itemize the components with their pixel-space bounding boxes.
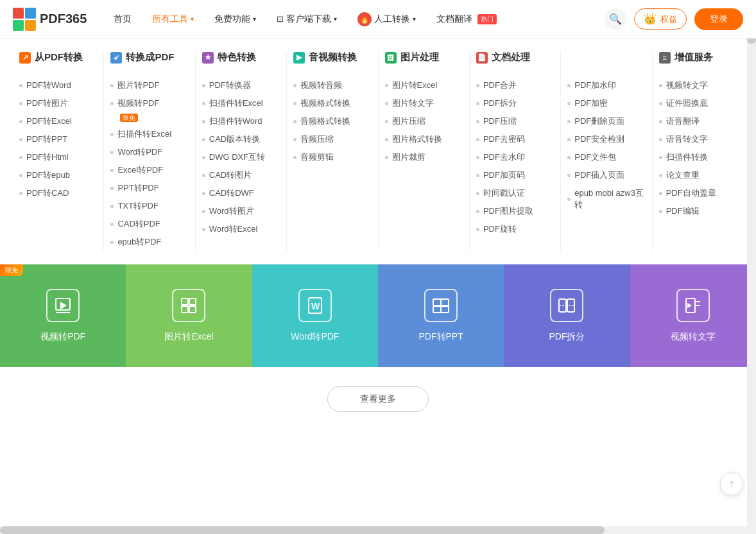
menu-item[interactable]: epub mobi azw3互转 [567,184,645,214]
menu-item[interactable]: PDF加页码 [476,166,554,184]
menu-item[interactable]: 证件照换底 [659,94,737,112]
menu-item[interactable]: 图片格式转换 [385,130,463,148]
dot-icon [293,102,296,105]
feature-label-word-pdf: Word转PDF [291,331,339,343]
menu-item[interactable]: PDF转换器 [202,76,280,94]
feature-card-word-pdf[interactable]: W Word转PDF [252,264,378,367]
menu-col-special: ★ 特色转换 PDF转换器 扫描件转Excel 扫描件转Word CAD版本转换… [196,51,287,251]
menu-item[interactable]: 图片裁剪 [385,148,463,166]
dot-icon [202,192,205,195]
feature-card-pdf-ppt[interactable]: PDF转PPT [378,264,504,367]
menu-item[interactable]: PDF图片提取 [476,202,554,220]
menu-item[interactable]: PDF安全检测 [567,130,645,148]
menu-item[interactable]: 视频格式转换 [293,94,371,112]
dot-icon [567,174,571,177]
menu-item[interactable]: PDF文件包 [567,148,645,166]
menu-item[interactable]: Word转PDF [110,143,188,161]
login-button[interactable]: 登录 [694,8,743,30]
menu-item[interactable]: PDF转epub [19,166,97,184]
menu-item[interactable]: PDF转PPT [19,130,97,148]
menu-item[interactable]: 语音翻译 [659,112,737,130]
menu-item[interactable]: 扫描件转Excel [202,94,280,112]
menu-item[interactable]: PDF编辑 [659,202,737,220]
menu-item[interactable]: Excel转PDF [110,161,188,179]
menu-item[interactable]: CAD转DWF [202,184,280,202]
feature-card-img-excel[interactable]: 图片转Excel [126,264,252,367]
menu-item[interactable]: PDF拆分 [476,94,554,112]
doc-icon: 📄 [476,52,488,64]
menu-item[interactable]: 图片转文字 [385,94,463,112]
menu-col-doc2: 空 PDF加水印 PDF加密 PDF删除页面 PDF安全检测 PDF文件包 PD… [561,51,652,251]
menu-item[interactable]: 视频转PDF [110,94,188,112]
feature-card-video-text[interactable]: 视频转文字 [630,264,756,367]
dot-icon [202,174,205,177]
menu-item[interactable]: PDF转图片 [19,94,97,112]
menu-item[interactable]: 图片转PDF [110,76,188,94]
svg-rect-7 [182,298,188,305]
menu-item[interactable]: PDF自动盖章 [659,184,737,202]
dot-icon [385,120,388,123]
menu-item[interactable]: 扫描件转换 [659,148,737,166]
menu-item[interactable]: PDF转Html [19,148,97,166]
menu-item[interactable]: 语音转文字 [659,130,737,148]
feature-card-video-pdf[interactable]: 限免 视频转PDF [0,264,126,367]
dot-icon [385,138,388,141]
svg-rect-8 [189,298,196,305]
menu-item[interactable]: Word转Excel [202,220,280,238]
menu-col-title-image: 🖼 图片处理 [385,51,463,67]
svg-rect-9 [182,306,188,313]
dot-icon [567,84,571,87]
menu-item[interactable]: CAD转PDF [110,215,188,233]
menu-item[interactable]: 视频转文字 [659,76,737,94]
nav-all-tools[interactable]: 所有工具 ▾ [144,10,202,29]
menu-item[interactable]: CAD版本转换 [202,130,280,148]
menu-item[interactable]: 扫描件转Excel [110,125,188,143]
nav-free[interactable]: 免费功能 ▾ [207,10,264,29]
nav-translate[interactable]: 文档翻译 热门 [429,10,504,29]
menu-item[interactable]: 论文查重 [659,166,737,184]
menu-item[interactable]: 音频压缩 [293,130,371,148]
to-pdf-icon: ↙ [110,52,122,64]
logo[interactable]: PDF365 [13,8,87,31]
menu-item[interactable]: PDF去水印 [476,148,554,166]
header-right: 🔍 👑 权益 登录 [605,8,743,30]
nav-human[interactable]: 🔥 人工转换 ▾ [350,8,424,30]
benefits-button[interactable]: 👑 权益 [634,8,687,30]
menu-item[interactable]: TXT转PDF [110,197,188,215]
menu-item[interactable]: 音频剪辑 [293,148,371,166]
menu-item[interactable]: Word转图片 [202,202,280,220]
nav-download[interactable]: ⊡ 客户端下载 ▾ [269,10,345,29]
search-button[interactable]: 🔍 [605,8,626,30]
menu-item[interactable]: PDF压缩 [476,112,554,130]
nav-human-label: 人工转换 [374,13,410,25]
menu-item[interactable]: 扫描件转Word [202,112,280,130]
feature-card-pdf-split[interactable]: PDF拆分 [504,264,630,367]
menu-item[interactable]: 视频转音频 [293,76,371,94]
svg-rect-0 [13,8,24,19]
menu-item[interactable]: 时间戳认证 [476,184,554,202]
menu-item[interactable]: PDF去密码 [476,130,554,148]
menu-item[interactable]: PDF转CAD [19,184,97,202]
menu-item[interactable]: DWG DXF互转 [202,148,280,166]
menu-item[interactable]: 图片转Excel [385,76,463,94]
menu-item[interactable]: PDF加密 [567,94,645,112]
dot-icon [659,102,662,105]
menu-item[interactable]: CAD转图片 [202,166,280,184]
menu-item[interactable]: PPT转PDF [110,179,188,197]
menu-item[interactable]: 图片压缩 [385,112,463,130]
nav-home[interactable]: 首页 [106,10,139,29]
menu-item[interactable]: PDF旋转 [476,220,554,238]
menu-item[interactable]: PDF删除页面 [567,112,645,130]
menu-item[interactable]: PDF转Excel [19,112,97,130]
menu-item[interactable]: PDF转Word [19,76,97,94]
right-scrollbar[interactable] [747,0,756,431]
menu-item[interactable]: PDF插入页面 [567,166,645,184]
menu-item[interactable]: epub转PDF [110,233,188,251]
menu-item[interactable]: PDF合并 [476,76,554,94]
menu-item[interactable]: PDF加水印 [567,76,645,94]
value-add-title: 增值服务 [674,51,713,64]
menu-item[interactable]: 音频格式转换 [293,112,371,130]
see-more-button[interactable]: 查看更多 [327,386,429,412]
dot-icon [659,156,662,159]
dot-icon [659,192,662,195]
